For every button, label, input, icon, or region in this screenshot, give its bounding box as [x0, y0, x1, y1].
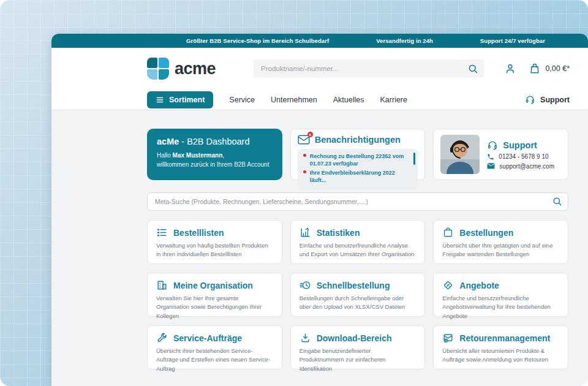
notifications-list: Rechnung zu Bestellung 22352 vom 01.07.2…	[298, 149, 418, 189]
cart-button[interactable]: 0,00 €*	[529, 62, 570, 75]
download-icon	[300, 332, 311, 344]
welcome-brand: acMe	[157, 137, 179, 146]
welcome-greeting: Hallo Max Mustermann, willkommen zurück …	[157, 151, 273, 169]
hamburger-icon	[156, 96, 164, 104]
tile-desc: Eingabe benutzerdefinierter Produktnumme…	[300, 347, 417, 373]
meta-search-input[interactable]	[147, 192, 568, 211]
orders-icon	[442, 227, 454, 238]
tile-title: Download-Bereich	[317, 333, 392, 343]
tile-meine-organisation[interactable]: Meine Organisation Verwalten Sie hier Ih…	[147, 273, 282, 317]
tile-title: Bestelllisten	[173, 228, 224, 238]
tile-title: Meine Organisation	[173, 281, 253, 290]
tile-retourenmanagement[interactable]: Retourenmanagement Übersicht aller retou…	[433, 325, 568, 369]
tile-desc: Verwalten Sie hier Ihre gesamte Organisa…	[156, 294, 273, 320]
notifications-scrollbar[interactable]	[413, 153, 415, 165]
tile-title: Statistiken	[317, 228, 360, 238]
notification-item[interactable]: Ihre Endverbleibserklärung 2022 läuft...	[303, 169, 409, 184]
notifications-title: Benachrichtigungen	[315, 135, 401, 145]
notifications-card: 6 Benachrichtigungen Rechnung zu Bestell…	[290, 129, 426, 180]
meta-search-icon[interactable]	[552, 196, 562, 206]
notifications-badge: 6	[307, 132, 313, 137]
tile-service-auftraege[interactable]: Service-Aufträge Übersicht Ihrer bestehe…	[147, 325, 282, 369]
tile-desc: Übersicht aller retournierten Produkte &…	[442, 347, 559, 365]
notifications-envelope-icon: 6	[298, 135, 310, 145]
welcome-line: willkommen zurück in Ihrem B2B Account	[157, 161, 269, 168]
statistics-icon	[300, 227, 311, 238]
tile-download-bereich[interactable]: Download-Bereich Eingabe benutzerdefinie…	[290, 325, 426, 369]
header: acme	[51, 48, 588, 89]
headset-icon	[487, 140, 498, 151]
logo-text: acme	[175, 59, 216, 78]
feature-tiles: Bestelllisten Verwaltung von häufig best…	[147, 220, 568, 369]
offers-icon	[442, 279, 454, 291]
email-icon	[487, 163, 495, 170]
support-title: Support	[503, 140, 537, 150]
tile-title: Bestellungen	[459, 228, 513, 238]
tile-bestellungen[interactable]: Bestellungen Übersicht über Ihre getätig…	[433, 220, 568, 264]
returns-icon	[442, 332, 454, 344]
tile-title: Service-Aufträge	[173, 333, 242, 343]
alert-dot-icon	[303, 154, 306, 157]
product-search	[254, 59, 484, 78]
support-phone[interactable]: 01234 - 5678 9 10	[487, 153, 554, 161]
tile-schnellbestellung[interactable]: Schnellbestellung Bestellungen durch Sch…	[290, 273, 426, 317]
announcement-shop: Größter B2B Service-Shop im Bereich Schu…	[186, 37, 329, 44]
tile-bestelllisten[interactable]: Bestelllisten Verwaltung von häufig best…	[147, 220, 282, 264]
phone-icon	[487, 153, 494, 161]
support-card: Support 01234 - 5678 9 10	[433, 129, 568, 180]
welcome-card: acMe- B2B Dashboard Hallo Max Mustermann…	[147, 129, 282, 180]
cart-bag-icon	[529, 62, 541, 75]
dashboard-main: acMe- B2B Dashboard Hallo Max Mustermann…	[51, 110, 588, 386]
logo-mark-icon	[147, 58, 169, 80]
search-icon[interactable]	[467, 63, 478, 74]
tile-desc: Verwaltung von häufig bestellten Produkt…	[156, 241, 273, 259]
cart-total: 0,00 €*	[545, 64, 570, 73]
quick-order-icon	[300, 279, 311, 291]
welcome-title: acMe- B2B Dashboard	[157, 137, 273, 146]
announcement-shipping: Versandfertig in 24h	[376, 37, 433, 44]
order-lists-icon	[156, 227, 168, 238]
nav-support-label: Support	[540, 96, 570, 104]
meta-search	[147, 192, 568, 211]
tile-desc: Einfache und benutzerfreundliche Angebot…	[442, 294, 559, 320]
nav-item-unternehmen[interactable]: Unternehmen	[271, 96, 317, 104]
app-window: Größter B2B Service-Shop im Bereich Schu…	[51, 34, 588, 386]
tile-desc: Übersicht über Ihre getätigten und auf e…	[442, 241, 559, 259]
tile-angebote[interactable]: Angebote Einfache und benutzerfreundlich…	[433, 273, 568, 317]
announcement-bar: Größter B2B Service-Shop im Bereich Schu…	[51, 34, 588, 48]
product-search-input[interactable]	[254, 59, 484, 78]
tile-title: Angebote	[459, 281, 499, 290]
user-name: Max Mustermann	[173, 152, 223, 159]
alert-dot-icon	[303, 170, 306, 173]
support-agent-photo	[440, 135, 480, 174]
tile-title: Schnellbestellung	[317, 281, 390, 290]
notification-item[interactable]: Rechnung zu Bestellung 22352 vom 01.07.2…	[303, 153, 409, 167]
tile-desc: Einfache und benutzerfreundliche Analyse…	[300, 241, 417, 259]
welcome-title-rest: - B2B Dashboard	[181, 137, 249, 146]
tile-desc: Bestellungen durch Schnelleingabe oder ü…	[300, 294, 417, 312]
organization-icon	[156, 279, 168, 291]
service-orders-icon	[156, 332, 168, 344]
page-background: Größter B2B Service-Shop im Bereich Schu…	[0, 0, 588, 386]
nav-support-link[interactable]: Support	[525, 94, 570, 105]
nav-sortiment-button[interactable]: Sortiment	[147, 91, 213, 108]
tile-title: Retourenmanagement	[459, 333, 550, 343]
headset-icon	[525, 94, 535, 105]
announcement-support: Support 24/7 verfügbar	[480, 37, 545, 44]
support-email[interactable]: support@acme.com	[487, 163, 554, 170]
tile-statistiken[interactable]: Statistiken Einfache und benutzerfreundl…	[290, 220, 426, 264]
nav-item-aktuelles[interactable]: Aktuelles	[333, 96, 364, 104]
account-icon[interactable]	[504, 62, 516, 75]
logo[interactable]: acme	[147, 58, 216, 80]
nav-item-service[interactable]: Service	[229, 96, 255, 104]
main-nav: Sortiment Service Unternehmen Aktuelles …	[51, 89, 588, 110]
tile-desc: Übersicht Ihrer bestehenden Service-Auft…	[156, 347, 273, 373]
nav-item-karriere[interactable]: Karriere	[380, 96, 407, 104]
nav-sortiment-label: Sortiment	[169, 96, 205, 104]
